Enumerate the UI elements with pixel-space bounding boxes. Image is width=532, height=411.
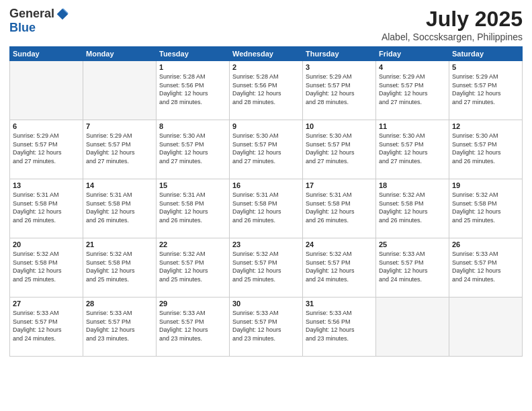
day-number: 6	[13, 122, 80, 130]
day-number: 18	[379, 181, 446, 189]
calendar-header-row: Sunday Monday Tuesday Wednesday Thursday…	[10, 47, 523, 61]
day-number: 29	[159, 300, 226, 308]
calendar-cell	[10, 61, 83, 120]
day-number: 23	[232, 240, 300, 248]
day-number: 16	[232, 181, 300, 189]
calendar-cell: 2Sunrise: 5:28 AM Sunset: 5:56 PM Daylig…	[230, 61, 303, 120]
calendar-cell: 1Sunrise: 5:28 AM Sunset: 5:56 PM Daylig…	[157, 61, 230, 120]
day-info: Sunrise: 5:33 AM Sunset: 5:57 PM Dayligh…	[232, 309, 300, 342]
day-number: 14	[86, 181, 153, 189]
calendar-cell: 24Sunrise: 5:32 AM Sunset: 5:57 PM Dayli…	[303, 238, 376, 298]
day-info: Sunrise: 5:30 AM Sunset: 5:57 PM Dayligh…	[452, 132, 519, 165]
month-year: July 2025	[382, 7, 523, 32]
col-sunday: Sunday	[10, 47, 83, 61]
day-number: 22	[159, 240, 226, 248]
calendar-table: Sunday Monday Tuesday Wednesday Thursday…	[9, 46, 523, 357]
day-info: Sunrise: 5:32 AM Sunset: 5:57 PM Dayligh…	[232, 250, 300, 283]
day-info: Sunrise: 5:30 AM Sunset: 5:57 PM Dayligh…	[306, 132, 373, 165]
day-number: 12	[452, 122, 519, 130]
calendar-cell: 26Sunrise: 5:33 AM Sunset: 5:57 PM Dayli…	[449, 238, 523, 298]
day-info: Sunrise: 5:33 AM Sunset: 5:57 PM Dayligh…	[379, 250, 446, 283]
calendar-cell	[376, 298, 449, 357]
day-number: 10	[306, 122, 373, 130]
calendar-cell: 12Sunrise: 5:30 AM Sunset: 5:57 PM Dayli…	[449, 120, 523, 179]
col-thursday: Thursday	[303, 47, 376, 61]
calendar-cell: 5Sunrise: 5:29 AM Sunset: 5:57 PM Daylig…	[449, 61, 523, 120]
day-info: Sunrise: 5:33 AM Sunset: 5:57 PM Dayligh…	[13, 309, 80, 342]
calendar-cell: 19Sunrise: 5:32 AM Sunset: 5:58 PM Dayli…	[449, 179, 523, 238]
calendar-cell: 15Sunrise: 5:31 AM Sunset: 5:58 PM Dayli…	[157, 179, 230, 238]
day-info: Sunrise: 5:33 AM Sunset: 5:56 PM Dayligh…	[306, 309, 373, 342]
svg-marker-0	[57, 8, 69, 19]
day-number: 21	[86, 240, 153, 248]
calendar-cell: 21Sunrise: 5:32 AM Sunset: 5:58 PM Dayli…	[83, 238, 157, 298]
calendar-cell: 3Sunrise: 5:29 AM Sunset: 5:57 PM Daylig…	[303, 61, 376, 120]
day-info: Sunrise: 5:31 AM Sunset: 5:58 PM Dayligh…	[159, 191, 226, 224]
day-number: 1	[159, 63, 226, 71]
day-info: Sunrise: 5:30 AM Sunset: 5:57 PM Dayligh…	[379, 132, 446, 165]
calendar-week-1: 6Sunrise: 5:29 AM Sunset: 5:57 PM Daylig…	[10, 120, 523, 179]
calendar-cell: 11Sunrise: 5:30 AM Sunset: 5:57 PM Dayli…	[376, 120, 449, 179]
calendar-cell	[83, 61, 157, 120]
day-info: Sunrise: 5:33 AM Sunset: 5:57 PM Dayligh…	[159, 309, 226, 342]
calendar-cell: 28Sunrise: 5:33 AM Sunset: 5:57 PM Dayli…	[83, 298, 157, 357]
calendar-week-3: 20Sunrise: 5:32 AM Sunset: 5:58 PM Dayli…	[10, 238, 523, 298]
title-block: July 2025 Alabel, Soccsksargen, Philippi…	[382, 7, 523, 42]
day-number: 26	[452, 240, 519, 248]
calendar-cell	[449, 298, 523, 357]
calendar-cell: 9Sunrise: 5:30 AM Sunset: 5:57 PM Daylig…	[230, 120, 303, 179]
day-info: Sunrise: 5:30 AM Sunset: 5:57 PM Dayligh…	[159, 132, 226, 165]
day-info: Sunrise: 5:30 AM Sunset: 5:57 PM Dayligh…	[232, 132, 300, 165]
day-info: Sunrise: 5:28 AM Sunset: 5:56 PM Dayligh…	[159, 73, 226, 106]
day-number: 31	[306, 300, 373, 308]
day-info: Sunrise: 5:29 AM Sunset: 5:57 PM Dayligh…	[13, 132, 80, 165]
day-info: Sunrise: 5:32 AM Sunset: 5:58 PM Dayligh…	[452, 191, 519, 224]
day-number: 8	[159, 122, 226, 130]
calendar-cell: 31Sunrise: 5:33 AM Sunset: 5:56 PM Dayli…	[303, 298, 376, 357]
day-number: 24	[306, 240, 373, 248]
day-info: Sunrise: 5:31 AM Sunset: 5:58 PM Dayligh…	[232, 191, 300, 224]
page: General Blue July 2025 Alabel, Soccsksar…	[0, 0, 532, 411]
day-number: 4	[379, 63, 446, 71]
calendar-week-2: 13Sunrise: 5:31 AM Sunset: 5:58 PM Dayli…	[10, 179, 523, 238]
calendar-cell: 18Sunrise: 5:32 AM Sunset: 5:58 PM Dayli…	[376, 179, 449, 238]
calendar-cell: 23Sunrise: 5:32 AM Sunset: 5:57 PM Dayli…	[230, 238, 303, 298]
calendar-cell: 25Sunrise: 5:33 AM Sunset: 5:57 PM Dayli…	[376, 238, 449, 298]
col-tuesday: Tuesday	[157, 47, 230, 61]
day-info: Sunrise: 5:32 AM Sunset: 5:58 PM Dayligh…	[13, 250, 80, 283]
header: General Blue July 2025 Alabel, Soccsksar…	[9, 7, 523, 42]
day-number: 13	[13, 181, 80, 189]
logo-general: General	[9, 7, 54, 21]
col-monday: Monday	[83, 47, 157, 61]
day-info: Sunrise: 5:29 AM Sunset: 5:57 PM Dayligh…	[452, 73, 519, 106]
calendar-cell: 7Sunrise: 5:29 AM Sunset: 5:57 PM Daylig…	[83, 120, 157, 179]
day-info: Sunrise: 5:29 AM Sunset: 5:57 PM Dayligh…	[306, 73, 373, 106]
day-info: Sunrise: 5:32 AM Sunset: 5:58 PM Dayligh…	[379, 191, 446, 224]
day-info: Sunrise: 5:32 AM Sunset: 5:57 PM Dayligh…	[306, 250, 373, 283]
day-number: 15	[159, 181, 226, 189]
calendar-cell: 10Sunrise: 5:30 AM Sunset: 5:57 PM Dayli…	[303, 120, 376, 179]
calendar-cell: 27Sunrise: 5:33 AM Sunset: 5:57 PM Dayli…	[10, 298, 83, 357]
logo-icon	[56, 7, 69, 21]
day-number: 19	[452, 181, 519, 189]
col-wednesday: Wednesday	[230, 47, 303, 61]
day-number: 2	[232, 63, 300, 71]
calendar-cell: 20Sunrise: 5:32 AM Sunset: 5:58 PM Dayli…	[10, 238, 83, 298]
calendar-cell: 29Sunrise: 5:33 AM Sunset: 5:57 PM Dayli…	[157, 298, 230, 357]
day-info: Sunrise: 5:32 AM Sunset: 5:57 PM Dayligh…	[159, 250, 226, 283]
day-number: 27	[13, 300, 80, 308]
day-info: Sunrise: 5:33 AM Sunset: 5:57 PM Dayligh…	[86, 309, 153, 342]
calendar-cell: 30Sunrise: 5:33 AM Sunset: 5:57 PM Dayli…	[230, 298, 303, 357]
day-number: 20	[13, 240, 80, 248]
col-friday: Friday	[376, 47, 449, 61]
day-info: Sunrise: 5:31 AM Sunset: 5:58 PM Dayligh…	[86, 191, 153, 224]
calendar-cell: 14Sunrise: 5:31 AM Sunset: 5:58 PM Dayli…	[83, 179, 157, 238]
day-info: Sunrise: 5:33 AM Sunset: 5:57 PM Dayligh…	[452, 250, 519, 283]
calendar-cell: 13Sunrise: 5:31 AM Sunset: 5:58 PM Dayli…	[10, 179, 83, 238]
day-info: Sunrise: 5:31 AM Sunset: 5:58 PM Dayligh…	[306, 191, 373, 224]
day-number: 11	[379, 122, 446, 130]
calendar-week-4: 27Sunrise: 5:33 AM Sunset: 5:57 PM Dayli…	[10, 298, 523, 357]
day-number: 25	[379, 240, 446, 248]
calendar-cell: 17Sunrise: 5:31 AM Sunset: 5:58 PM Dayli…	[303, 179, 376, 238]
logo: General Blue	[9, 7, 69, 35]
